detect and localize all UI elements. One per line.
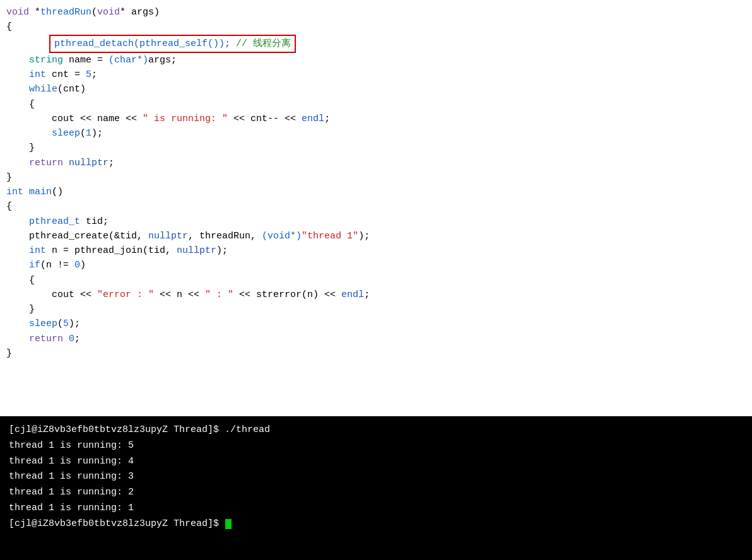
code-line-int-n-join: int n = pthread_join(tid, nullptr);	[0, 243, 752, 258]
code-line-main-sig: int main()	[0, 185, 752, 199]
code-line-brace2: {	[0, 97, 752, 112]
code-line-brace3: }	[0, 141, 752, 155]
code-line-string-name: string name = (char*)args;	[0, 53, 752, 67]
terminal-cursor	[225, 519, 232, 529]
terminal-line-5: thread 1 is running: 1	[9, 501, 743, 516]
terminal-line-2: thread 1 is running: 4	[9, 454, 743, 470]
terminal-line-3: thread 1 is running: 3	[9, 469, 743, 485]
code-line-cout-line: cout << name << " is running: " << cnt--…	[0, 112, 752, 126]
code-line-fn-sig: void *threadRun(void* args)	[0, 5, 752, 20]
code-line-brace5: {	[0, 199, 752, 214]
terminal-line-1: thread 1 is running: 5	[9, 438, 743, 454]
code-line-pthread-detach: pthread_detach(pthread_self()); // 线程分离	[0, 35, 752, 53]
code-line-int-cnt: int cnt = 5;	[0, 67, 752, 82]
code-line-return-0: return 0;	[0, 332, 752, 346]
code-editor: void *threadRun(void* args){pthread_deta…	[0, 0, 752, 416]
code-line-if-n: if(n != 0)	[0, 258, 752, 272]
code-line-sleep1: sleep(1);	[0, 126, 752, 141]
code-line-cout-error: cout << "error : " << n << " : " << stre…	[0, 288, 752, 302]
terminal-line-6: [cjl@iZ8vb3efb0tbtvz8lz3upyZ Thread]$	[9, 516, 743, 532]
code-line-while-cnt: while(cnt)	[0, 82, 752, 96]
code-line-brace8: }	[0, 346, 752, 361]
code-line-pthread-t: pthread_t tid;	[0, 214, 752, 229]
code-line-sleep5: sleep(5);	[0, 317, 752, 331]
terminal-line-0: [cjl@iZ8vb3efb0tbtvz8lz3upyZ Thread]$ ./…	[9, 423, 743, 438]
code-line-pthread-create: pthread_create(&tid, nullptr, threadRun,…	[0, 229, 752, 243]
code-line-brace6: {	[0, 273, 752, 288]
code-line-brace1: {	[0, 20, 752, 34]
code-line-return-nullptr: return nullptr;	[0, 156, 752, 170]
code-line-brace4: }	[0, 170, 752, 185]
terminal: [cjl@iZ8vb3efb0tbtvz8lz3upyZ Thread]$ ./…	[0, 416, 752, 560]
terminal-line-4: thread 1 is running: 2	[9, 485, 743, 501]
code-line-brace7: }	[0, 302, 752, 317]
